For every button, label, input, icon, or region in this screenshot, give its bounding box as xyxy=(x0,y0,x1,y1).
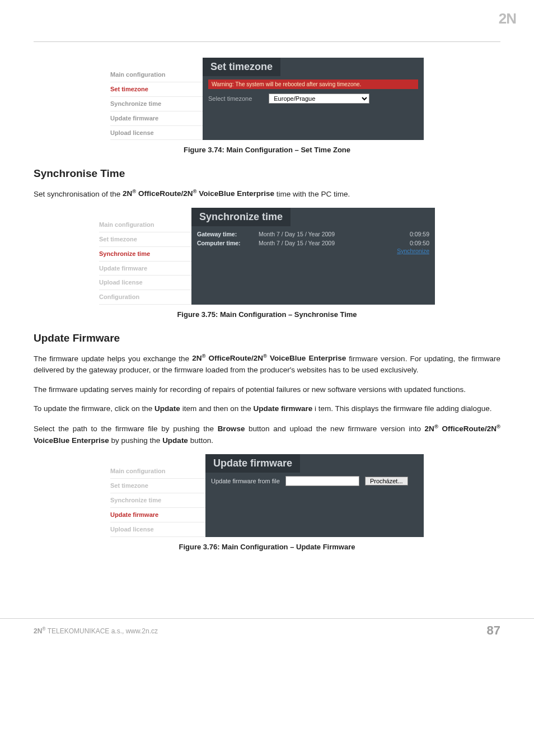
sidebar-item: Synchronize time xyxy=(110,493,205,508)
sidebar-item-active: Update firmware xyxy=(110,508,205,522)
panel-title: Set timezone xyxy=(203,58,280,76)
page-footer: 2N® TELEKOMUNIKACE a.s., www.2n.cz 87 xyxy=(0,618,534,651)
update-paragraph-1: The firmware update helps you exchange t… xyxy=(34,352,500,376)
heading-update-firmware: Update Firmware xyxy=(34,332,500,344)
sidebar-item: Set timezone xyxy=(99,232,191,247)
nav-sidebar: Main configuration Set timezone Synchron… xyxy=(110,454,205,536)
header-rule xyxy=(34,41,500,42)
figure-caption: Figure 3.76: Main Configuration – Update… xyxy=(34,543,500,551)
footer-company: 2N® TELEKOMUNIKACE a.s., www.2n.cz xyxy=(34,626,158,635)
update-paragraph-3: To update the firmware, click on the Upd… xyxy=(34,403,500,415)
panel-title: Update firmware xyxy=(205,454,300,473)
panel-update-firmware: Update firmware Update firmware from fil… xyxy=(205,454,424,536)
sidebar-item: Configuration xyxy=(99,290,191,305)
sidebar-item: Update firmware xyxy=(99,262,191,276)
sidebar-item: Main configuration xyxy=(110,68,203,82)
sidebar-item-active: Set timezone xyxy=(110,82,203,97)
sync-paragraph: Set synchronisation of the 2N® OfficeRou… xyxy=(34,188,500,200)
figure-caption: Figure 3.75: Main Configuration – Synchr… xyxy=(34,310,500,319)
computer-time-value: Month 7 / Day 15 / Year 2009 xyxy=(259,240,396,246)
gateway-time-label: Gateway time: xyxy=(197,231,259,237)
update-paragraph-4: Select the path to the firmware file by … xyxy=(34,422,500,446)
sidebar-item: Main configuration xyxy=(99,218,191,232)
nav-sidebar: Main configuration Set timezone Synchron… xyxy=(99,208,191,305)
brand-logo: 2N xyxy=(499,10,516,27)
timezone-select[interactable]: Europe/Prague xyxy=(269,94,369,104)
warning-banner: Warning: The system will be rebooted aft… xyxy=(208,80,418,89)
update-from-file-label: Update firmware from file xyxy=(211,478,280,484)
panel-set-timezone: Set timezone Warning: The system will be… xyxy=(203,58,424,140)
timezone-select-label: Select timezone xyxy=(208,95,252,102)
gateway-time-value: Month 7 / Day 15 / Year 2009 xyxy=(259,231,396,237)
sidebar-item: Set timezone xyxy=(110,479,205,493)
computer-time-label: Computer time: xyxy=(197,240,259,246)
panel-title: Synchronize time xyxy=(191,208,291,226)
file-input[interactable] xyxy=(285,476,359,486)
sidebar-item: Synchronize time xyxy=(110,97,203,111)
figure-update-firmware: Main configuration Set timezone Synchron… xyxy=(110,454,424,536)
sidebar-item: Upload license xyxy=(110,126,203,141)
sidebar-item: Upload license xyxy=(99,276,191,290)
sidebar-item-active: Synchronize time xyxy=(99,247,191,262)
figure-caption: Figure 3.74: Main Configuration – Set Ti… xyxy=(34,146,500,154)
browse-button[interactable]: Procházet... xyxy=(365,477,408,486)
nav-sidebar: Main configuration Set timezone Synchron… xyxy=(110,58,203,140)
page-number: 87 xyxy=(487,623,500,638)
panel-synchronize-time: Synchronize time Gateway time: Month 7 /… xyxy=(191,208,435,305)
figure-synchronize-time: Main configuration Set timezone Synchron… xyxy=(99,208,435,305)
synchronize-link[interactable]: Synchronize xyxy=(197,248,429,254)
computer-time-clock: 0:09:50 xyxy=(396,240,429,246)
update-paragraph-2: The firmware updating serves mainly for … xyxy=(34,384,500,396)
sidebar-item: Update firmware xyxy=(110,111,203,126)
figure-set-timezone: Main configuration Set timezone Synchron… xyxy=(110,58,424,140)
heading-synchronise-time: Synchronise Time xyxy=(34,167,500,180)
sidebar-item: Upload license xyxy=(110,522,205,537)
gateway-time-clock: 0:09:59 xyxy=(396,231,429,237)
sidebar-item: Main configuration xyxy=(110,464,205,479)
